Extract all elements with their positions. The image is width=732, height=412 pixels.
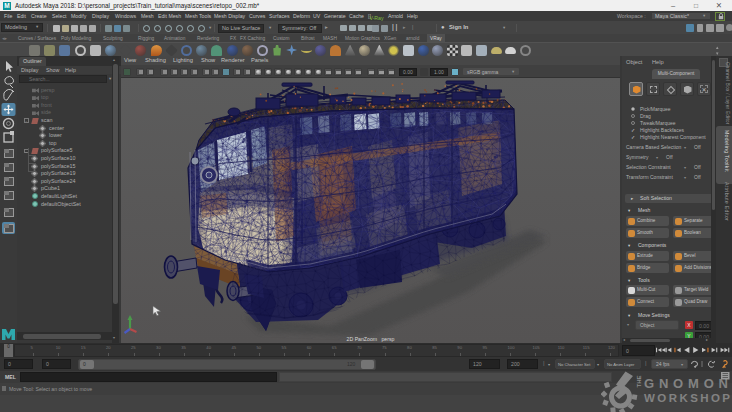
svg-text:GNOMON: GNOMON <box>644 376 728 391</box>
svg-text:WORKSHOP: WORKSHOP <box>644 392 730 404</box>
svg-text:THE: THE <box>636 376 642 388</box>
